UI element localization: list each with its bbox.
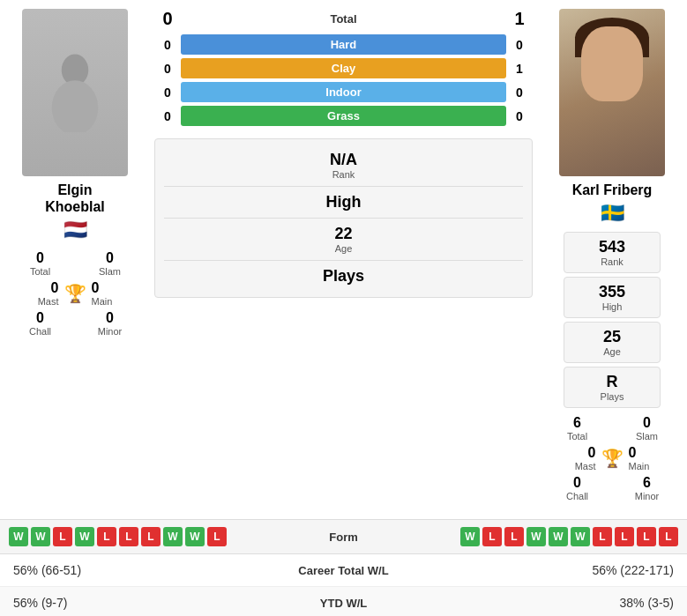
right-mast-main-row: 0 Mast 🏆 0 Main bbox=[541, 445, 683, 471]
left-slam-value: 0 bbox=[78, 250, 141, 266]
ytd-wl-row: 56% (9-7) YTD W/L 38% (3-5) bbox=[0, 587, 687, 616]
left-form-1: W bbox=[9, 527, 28, 546]
right-minor-value: 6 bbox=[616, 475, 678, 491]
right-high-label: High bbox=[573, 301, 651, 312]
main-container: Elgin Khoeblal 🇳🇱 0 Total 0 Slam 0 Mast bbox=[0, 0, 687, 616]
right-player-avatar bbox=[559, 9, 665, 176]
right-slam-value: 0 bbox=[616, 415, 678, 431]
left-form-8: W bbox=[163, 527, 183, 546]
left-chall-label: Chall bbox=[9, 326, 71, 337]
avatar-silhouette bbox=[22, 9, 128, 176]
surface-row-grass: 0 Grass 0 bbox=[154, 106, 533, 126]
right-high-value: 355 bbox=[573, 283, 651, 301]
left-mast-value: 0 bbox=[9, 280, 59, 296]
indoor-right-score: 0 bbox=[506, 85, 533, 100]
stats-table: 56% (66-51) Career Total W/L 56% (222-17… bbox=[0, 553, 687, 616]
career-wl-label: Career Total W/L bbox=[265, 564, 423, 577]
right-player-name: Karl Friberg bbox=[572, 182, 653, 198]
center-rank-label: Rank bbox=[155, 169, 532, 180]
hard-right-score: 0 bbox=[506, 38, 533, 52]
right-chall-value: 0 bbox=[546, 475, 609, 491]
grass-badge: Grass bbox=[181, 106, 506, 126]
center-age-label: Age bbox=[155, 243, 532, 254]
right-age-box: 25 Age bbox=[564, 322, 661, 363]
right-trophy-icon: 🏆 bbox=[601, 448, 624, 469]
center-column: 0 Total 1 0 Hard 0 0 Clay 1 0 Indoor bbox=[150, 0, 537, 510]
left-form-10: L bbox=[207, 527, 227, 546]
left-form-9: W bbox=[185, 527, 205, 546]
right-mast: 0 Mast bbox=[546, 445, 596, 471]
left-trophy-icon: 🏆 bbox=[64, 283, 86, 304]
surface-row-indoor: 0 Indoor 0 bbox=[154, 82, 533, 102]
left-form-3: L bbox=[53, 527, 72, 546]
silhouette-icon bbox=[40, 53, 110, 132]
clay-badge: Clay bbox=[181, 58, 506, 78]
right-rank-value: 543 bbox=[573, 238, 651, 256]
h2h-header: 0 Total 1 bbox=[154, 9, 533, 29]
left-slam-label: Slam bbox=[78, 266, 141, 277]
form-section: W W L W L L L W W L Form W L L W W W L L… bbox=[0, 519, 687, 553]
right-slam-label: Slam bbox=[616, 431, 678, 442]
surface-rows: 0 Hard 0 0 Clay 1 0 Indoor 0 0 Grass bbox=[154, 34, 533, 130]
form-label: Form bbox=[309, 531, 379, 544]
left-form-7: L bbox=[141, 527, 161, 546]
right-main-label: Main bbox=[629, 461, 679, 471]
center-high-row: High bbox=[155, 189, 532, 216]
right-player-column: Karl Friberg 🇸🇪 543 Rank 355 High 25 Age bbox=[537, 0, 687, 510]
right-form-9: L bbox=[637, 527, 656, 546]
clay-left-score: 0 bbox=[154, 62, 181, 76]
left-minor: 0 Minor bbox=[78, 310, 141, 337]
hard-left-score: 0 bbox=[154, 38, 181, 52]
indoor-left-score: 0 bbox=[154, 85, 181, 100]
right-form-6: W bbox=[571, 527, 590, 546]
right-minor: 6 Minor bbox=[616, 475, 678, 501]
left-slam: 0 Slam bbox=[78, 250, 141, 277]
left-form-4: W bbox=[75, 527, 94, 546]
right-main-value: 0 bbox=[629, 445, 679, 461]
h2h-total-label: Total bbox=[181, 12, 506, 26]
right-form-7: L bbox=[593, 527, 612, 546]
left-player-name: Elgin Khoeblal bbox=[45, 182, 105, 215]
right-stats-boxes: 543 Rank 355 High 25 Age R Plays bbox=[541, 232, 683, 408]
center-age-row: 22 Age bbox=[155, 220, 532, 258]
center-rank-value: N/A bbox=[155, 151, 532, 169]
center-age-value: 22 bbox=[155, 225, 532, 243]
right-high-box: 355 High bbox=[564, 277, 661, 318]
ytd-wl-left: 56% (9-7) bbox=[13, 596, 265, 610]
left-total: 0 Total bbox=[9, 250, 71, 277]
players-wrapper: Elgin Khoeblal 🇳🇱 0 Total 0 Slam 0 Mast bbox=[0, 0, 687, 510]
left-center-stats-box: N/A Rank High 22 Age Plays bbox=[154, 138, 533, 298]
h2h-left-score: 0 bbox=[154, 9, 181, 29]
left-chall-minor: 0 Chall 0 Minor bbox=[4, 310, 146, 337]
h2h-right-score: 1 bbox=[506, 9, 533, 29]
career-wl-right: 56% (222-171) bbox=[423, 563, 675, 577]
right-plays-box: R Plays bbox=[564, 367, 661, 408]
right-player-flag: 🇸🇪 bbox=[601, 202, 624, 225]
right-age-value: 25 bbox=[573, 328, 651, 346]
right-plays-value: R bbox=[573, 373, 651, 391]
left-chall: 0 Chall bbox=[9, 310, 71, 337]
right-form-10: L bbox=[659, 527, 678, 546]
right-age-label: Age bbox=[573, 346, 651, 357]
left-player-flag: 🇳🇱 bbox=[63, 219, 87, 241]
right-form-4: W bbox=[526, 527, 546, 546]
surface-row-hard: 0 Hard 0 bbox=[154, 34, 533, 55]
right-rank-box: 543 Rank bbox=[564, 232, 661, 273]
left-mast: 0 Mast bbox=[9, 280, 59, 307]
surface-row-clay: 0 Clay 1 bbox=[154, 58, 533, 78]
right-mast-label: Mast bbox=[546, 461, 596, 471]
clay-right-score: 1 bbox=[506, 62, 533, 76]
right-plays-label: Plays bbox=[573, 391, 651, 402]
right-main: 0 Main bbox=[629, 445, 679, 471]
left-total-value: 0 bbox=[9, 250, 71, 266]
svg-point-1 bbox=[52, 80, 99, 132]
right-slam: 0 Slam bbox=[616, 415, 678, 442]
right-chall-minor: 0 Chall 6 Minor bbox=[541, 475, 683, 501]
left-main-value: 0 bbox=[92, 280, 142, 296]
career-wl-left: 56% (66-51) bbox=[13, 563, 265, 577]
right-chall-label: Chall bbox=[546, 491, 609, 501]
right-form-3: L bbox=[504, 527, 524, 546]
hard-badge: Hard bbox=[181, 34, 506, 55]
right-form-5: W bbox=[549, 527, 568, 546]
karl-face bbox=[581, 26, 643, 101]
